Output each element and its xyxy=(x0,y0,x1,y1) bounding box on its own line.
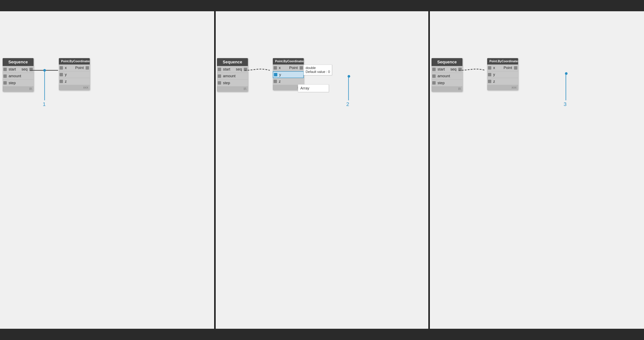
point-node-2-row-z: z xyxy=(273,78,304,85)
sequence-node-3-header: Sequence xyxy=(432,58,462,66)
sequence-node-1-footer: II\ xyxy=(2,86,34,92)
sequence-node-2-header: Sequence xyxy=(217,58,248,66)
array-box-2: Array xyxy=(298,84,329,92)
label-x-1: x xyxy=(64,65,74,71)
label-y-1: y xyxy=(64,72,90,78)
step-number-3: 3 xyxy=(564,101,566,107)
bottom-bar xyxy=(0,329,644,340)
connection-dot-3 xyxy=(565,72,568,75)
label-z-3: z xyxy=(492,79,518,84)
sequence-node-1-body: start seq amount step xyxy=(2,66,34,86)
label-start-2: start xyxy=(222,66,232,72)
point-node-2-header: Point.ByCoordinates xyxy=(273,58,304,65)
label-z-2: z xyxy=(278,79,304,84)
point-node-3-footer: xxx xyxy=(487,85,518,90)
label-seq-3: seq xyxy=(447,66,458,72)
point-node-1-row-x: x Point xyxy=(59,65,90,71)
tooltip-line2: Default value : 0 xyxy=(306,70,330,74)
label-y-2: y xyxy=(278,72,303,78)
label-amount-3: amount xyxy=(436,73,462,79)
label-seq-1: seq xyxy=(18,66,29,72)
port-z-left-1[interactable] xyxy=(60,80,63,83)
sequence-node-1-row-amount: amount xyxy=(2,73,34,80)
point-node-1-body: x Point y z xyxy=(59,65,90,85)
port-seq-right-2[interactable] xyxy=(244,68,247,71)
label-amount-2: amount xyxy=(222,73,248,79)
port-x-left-2[interactable] xyxy=(274,66,277,70)
port-step-left-1[interactable] xyxy=(3,81,7,85)
port-seq-right-1[interactable] xyxy=(30,68,33,71)
array-label-2: Array xyxy=(300,86,309,90)
port-y-left-1[interactable] xyxy=(60,73,63,76)
point-node-2-body: x Point y z xyxy=(273,65,304,85)
label-start-3: start xyxy=(436,66,447,72)
point-node-3-row-z: z xyxy=(487,78,518,85)
label-step-2: step xyxy=(222,80,248,86)
port-x-left-3[interactable] xyxy=(488,66,491,70)
sequence-node-2: Sequence start seq amount step II\ xyxy=(217,58,248,92)
label-amount-1: amount xyxy=(8,73,34,79)
point-node-1-header: Point.ByCoordinates xyxy=(59,58,90,65)
point-node-1-row-y: y xyxy=(59,71,90,78)
label-step-1: step xyxy=(8,80,34,86)
sequence-node-2-footer: II\ xyxy=(217,86,248,92)
tooltip-line1: double xyxy=(306,66,330,70)
point-node-3-body: x Point y z xyxy=(487,65,518,85)
point-node-2-row-x: x Point xyxy=(273,65,304,71)
sequence-node-1-row-start: start seq xyxy=(2,66,34,73)
point-node-2-row-y: y xyxy=(273,71,304,78)
sequence-node-2-row-amount: amount xyxy=(217,73,248,80)
port-z-left-2[interactable] xyxy=(274,80,277,83)
port-step-left-3[interactable] xyxy=(432,81,436,85)
label-x-3: x xyxy=(492,65,502,71)
connection-dot-1 xyxy=(43,69,46,72)
port-x-left-1[interactable] xyxy=(60,66,63,70)
point-node-1-row-z: z xyxy=(59,78,90,85)
tooltip-2: double Default value : 0 xyxy=(304,65,332,75)
port-point-right-1[interactable] xyxy=(86,66,89,70)
divider-1 xyxy=(214,0,216,340)
step-number-2: 2 xyxy=(346,101,349,107)
divider-2 xyxy=(428,0,430,340)
port-point-right-3[interactable] xyxy=(514,66,517,70)
sequence-node-3-body: start seq amount step xyxy=(432,66,462,86)
sequence-node-2-row-start: start seq xyxy=(217,66,248,73)
label-z-1: z xyxy=(64,79,90,84)
label-point-1: Point xyxy=(74,65,85,71)
label-step-3: step xyxy=(436,80,462,86)
port-y-left-3[interactable] xyxy=(488,73,491,76)
sequence-node-3-row-amount: amount xyxy=(432,73,462,80)
port-start-left-2[interactable] xyxy=(218,68,221,71)
point-node-3: Point.ByCoordinates x Point y z xxx xyxy=(487,58,518,90)
point-node-3-row-y: y xyxy=(487,71,518,78)
connection-dot-2 xyxy=(348,75,350,78)
sequence-node-3-row-start: start seq xyxy=(432,66,462,73)
top-bar xyxy=(0,0,644,11)
port-y-left-2[interactable] xyxy=(274,73,277,76)
label-point-3: Point xyxy=(502,65,513,71)
port-amount-left-1[interactable] xyxy=(3,75,7,78)
point-node-1-footer: xxx xyxy=(59,85,90,90)
step-number-1: 1 xyxy=(43,101,46,107)
sequence-node-2-body: start seq amount step xyxy=(217,66,248,86)
port-z-left-3[interactable] xyxy=(488,80,491,83)
sequence-node-2-row-step: step xyxy=(217,80,248,86)
port-start-left-1[interactable] xyxy=(3,68,7,71)
port-step-left-2[interactable] xyxy=(218,81,221,85)
label-start-1: start xyxy=(8,66,18,72)
port-seq-right-3[interactable] xyxy=(458,68,462,71)
sequence-node-1: Sequence start seq amount step II\ xyxy=(2,58,34,92)
sequence-node-3-footer: II\ xyxy=(432,86,462,92)
port-point-right-2[interactable] xyxy=(300,66,303,70)
point-node-3-row-x: x Point xyxy=(487,65,518,71)
label-x-2: x xyxy=(278,65,288,71)
sequence-node-3: Sequence start seq amount step II\ xyxy=(432,58,462,92)
sequence-node-3-row-step: step xyxy=(432,80,462,86)
port-amount-left-2[interactable] xyxy=(218,75,221,78)
sequence-node-1-header: Sequence xyxy=(2,58,34,66)
label-y-3: y xyxy=(492,72,518,78)
port-start-left-3[interactable] xyxy=(432,68,436,71)
label-point-2: Point xyxy=(288,65,299,71)
label-seq-2: seq xyxy=(232,66,243,72)
port-amount-left-3[interactable] xyxy=(432,75,436,78)
